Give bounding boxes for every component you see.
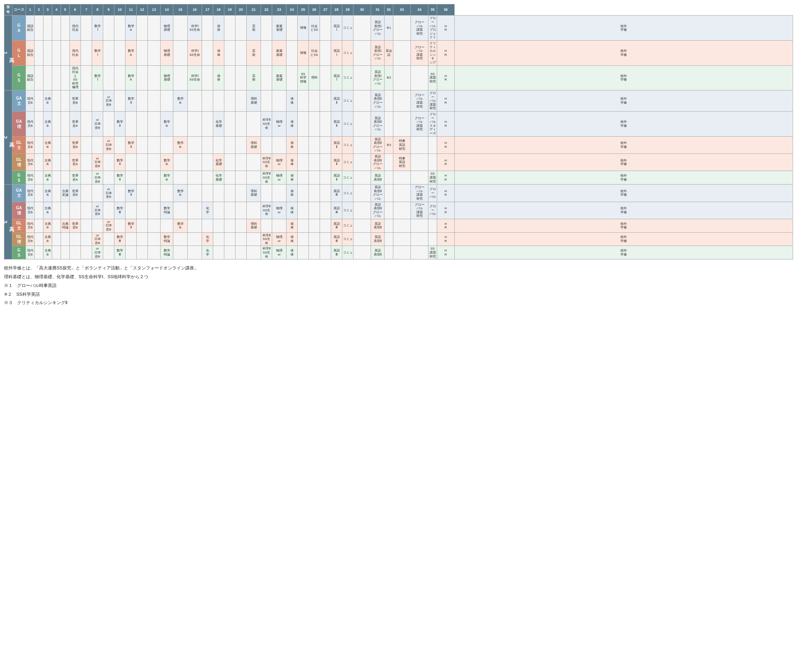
cell [173,171,188,185]
cell: 保 体 [213,40,224,65]
cell [298,136,309,153]
cell [148,16,161,41]
cell [411,136,428,153]
cell: グロー バル プロ ジェクト [428,16,437,41]
cell: 英語 Ⅰ [331,40,342,65]
cell: 芸 術 [247,65,261,90]
cell: 化学 基礎 [213,171,224,185]
header-2: 2 [35,4,43,16]
table-row: GL 文現代 文B古典 B古典 特論世界 史Bor 日本 史B数学 Ⅱ数学 B理… [4,219,793,232]
header-10: 10 [114,4,126,16]
cell [247,246,261,259]
cell [137,171,148,185]
cell: グロー バル 課題 研究 [428,90,437,112]
cell [202,185,213,202]
cell: 数学 Ⅱ [126,90,137,112]
cell: グロー バル 課題 研究 [411,112,428,137]
cell [70,246,81,259]
cell [92,90,103,112]
cell: 保 体 [213,65,224,90]
note-4: ※２ SS科学英語 [4,291,793,299]
cell: 化 学 [202,202,213,219]
cell [261,136,272,153]
cell: 世界 史A [70,112,81,137]
cell [213,202,224,219]
cell: H R [437,90,455,112]
cell [148,65,161,90]
cell: 英語 表現Ⅱ [371,246,385,259]
cell [353,16,371,41]
cell [320,232,331,246]
cell: 科学Ⅱ SS生命 [261,246,272,259]
cell: 英語 Ⅱ [331,112,342,137]
cell [393,16,411,41]
cell [35,136,43,153]
cell [52,153,61,171]
cell [309,153,320,171]
cell [52,246,61,259]
cell [287,16,298,41]
cell: 古典 B [43,202,52,219]
cell: H R [437,16,455,41]
cell [320,202,331,219]
cell [35,90,43,112]
cell [236,153,247,171]
cell [411,153,428,171]
cell [188,232,202,246]
cell: 数学 Ⅲ [114,246,126,259]
cell [428,136,437,153]
cell: or 日本 史B [103,136,114,153]
cell [298,202,309,219]
cell: グロー バル 課題 研究 [411,16,428,41]
cell: 校外 学修 [455,16,793,41]
cell [35,153,43,171]
cell [188,219,202,232]
header-22: 22 [261,4,272,16]
header-32: 32 [385,4,393,16]
header-11: 11 [126,4,137,16]
table-row: 高 2GA 文現代 文B古典 B世界 史Bor 日本 史B数学 Ⅱ数学 B理科 … [4,90,793,112]
cell: 保 体 [287,185,298,202]
course-cell: GA 理 [12,112,26,137]
cell [103,65,114,90]
cell [393,65,411,90]
cell: 物理 or [272,232,287,246]
cell [52,112,61,137]
cell: 数学 B [161,171,173,185]
cell: 英語 表現Ⅱ [371,232,385,246]
cell [81,219,92,232]
cell: 数学 Ⅲ [114,232,126,246]
cell: コミュ [342,65,353,90]
cell [298,153,309,171]
cell: 物理 or [272,112,287,137]
cell [103,112,114,137]
course-cell: GL 理 [12,232,26,246]
cell [161,219,173,232]
cell [126,232,137,246]
cell [137,219,148,232]
cell [353,40,371,65]
cell [236,90,247,112]
cell [411,65,428,90]
cell [43,16,52,41]
cell [148,246,161,259]
cell: 保 体 [287,112,298,137]
cell: H R [437,171,455,185]
header-16: 16 [188,4,202,16]
cell: SS 科学 情報 [298,65,309,90]
cell [298,171,309,185]
cell [173,65,188,90]
note-5: ※３ クリティカルシンキングⅡ [4,299,793,307]
cell: コミュ [342,136,353,153]
cell: or 日本 史B [103,185,114,202]
cell: 国語 総合 [26,40,35,65]
cell: 芸 術 [247,40,261,65]
cell [261,219,272,232]
cell: SS 課題 研究 [428,171,437,185]
header-12: 12 [137,4,148,16]
cell [148,232,161,246]
cell: 保 体 [287,232,298,246]
cell: H R [437,136,455,153]
cell: SS 課題 研究 [428,65,437,90]
header-26: 26 [309,4,320,16]
